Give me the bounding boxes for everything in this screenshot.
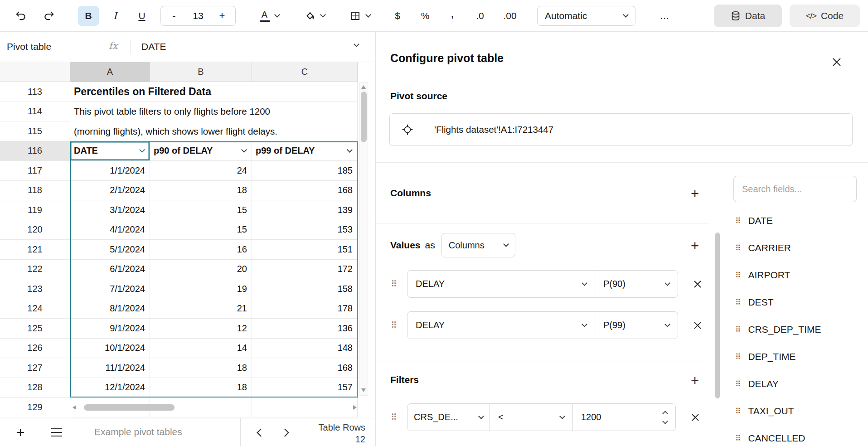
row-header[interactable]: 115: [0, 121, 70, 141]
field-item-dest[interactable]: ⠿ DEST: [733, 289, 857, 316]
cell-date[interactable]: 12/1/2024: [70, 378, 150, 398]
select-all-corner[interactable]: [0, 62, 70, 82]
row-header[interactable]: 125: [0, 319, 70, 339]
field-item-airport[interactable]: ⠿ AIRPORT: [733, 262, 857, 289]
cell-date[interactable]: 6/1/2024: [70, 260, 150, 280]
cell-p99[interactable]: 139: [252, 200, 358, 220]
comma-format-button[interactable]: ,: [441, 6, 464, 26]
scroll-up-icon[interactable]: [361, 85, 366, 89]
cell-p99[interactable]: 136: [252, 319, 358, 339]
search-fields-input[interactable]: [733, 176, 857, 202]
vertical-scrollbar-thumb[interactable]: [361, 92, 367, 142]
add-column-button[interactable]: +: [687, 186, 703, 202]
field-item-carrier[interactable]: ⠿ CARRIER: [733, 234, 857, 262]
close-panel-button[interactable]: [829, 54, 844, 70]
font-size-increase-button[interactable]: +: [212, 6, 233, 25]
pivot-source-input[interactable]: 'Flights dataset'!A1:I7213447: [389, 113, 853, 146]
row-header[interactable]: 120: [0, 220, 70, 240]
text-color-button[interactable]: A: [248, 6, 290, 26]
scroll-right-icon[interactable]: [353, 405, 357, 410]
cell-p99[interactable]: 172: [252, 260, 358, 280]
currency-format-button[interactable]: $: [386, 6, 409, 26]
add-sheet-button[interactable]: +: [11, 423, 30, 442]
cell-date[interactable]: 1/1/2024: [70, 161, 150, 181]
row-header[interactable]: 118: [0, 181, 70, 201]
cell-date[interactable]: 5/1/2024: [70, 240, 150, 260]
code-button[interactable]: </> Code: [790, 5, 860, 27]
cell-p90[interactable]: 18: [150, 358, 252, 378]
row-header[interactable]: 119: [0, 200, 70, 220]
next-table-button[interactable]: [278, 425, 294, 440]
value-aggregation-select[interactable]: P(90): [595, 270, 678, 298]
column-header-c[interactable]: C: [252, 62, 358, 82]
values-as-select[interactable]: Columns: [441, 233, 515, 257]
cell-p99[interactable]: 151: [252, 240, 358, 260]
drag-handle-icon[interactable]: ⠿: [389, 320, 398, 330]
cell-p99[interactable]: 185: [252, 161, 358, 181]
value-field-select[interactable]: DELAY: [407, 311, 595, 339]
drag-handle-icon[interactable]: ⠿: [389, 279, 398, 289]
filter-value-input[interactable]: 1200: [572, 403, 676, 431]
increase-decimal-button[interactable]: .00: [496, 6, 524, 26]
field-item-date[interactable]: ⠿ DATE: [733, 207, 857, 234]
field-item-dep-time[interactable]: ⠿ DEP_TIME: [733, 343, 857, 370]
row-header[interactable]: 116: [0, 141, 70, 161]
row-header[interactable]: 128: [0, 378, 70, 398]
cell-date[interactable]: 3/1/2024: [70, 200, 150, 220]
horizontal-scrollbar-thumb[interactable]: [84, 404, 175, 411]
fill-color-button[interactable]: [294, 6, 335, 26]
cell-date[interactable]: 8/1/2024: [70, 299, 150, 319]
cell-p90[interactable]: 21: [150, 299, 252, 319]
number-stepper[interactable]: [663, 412, 667, 423]
cell-p99[interactable]: 153: [252, 220, 358, 240]
row-header[interactable]: 123: [0, 279, 70, 299]
cell-p90[interactable]: 20: [150, 260, 252, 280]
field-item-delay[interactable]: ⠿ DELAY: [733, 370, 857, 398]
redo-button[interactable]: [40, 6, 58, 26]
pivot-header-p90[interactable]: p90 of DELAY: [150, 141, 252, 161]
field-item-cancelled[interactable]: ⠿ CANCELLED: [733, 425, 857, 446]
cell-p99[interactable]: 178: [252, 299, 358, 319]
cell-p90[interactable]: 14: [150, 339, 252, 359]
decrease-decimal-button[interactable]: .0: [467, 6, 493, 26]
cell-p90[interactable]: 15: [150, 220, 252, 240]
cell-p90[interactable]: 19: [150, 279, 252, 299]
select-range-button[interactable]: [390, 124, 425, 136]
column-dropdown-icon[interactable]: [139, 147, 145, 153]
filter-field-select[interactable]: CRS_DE...: [407, 403, 490, 431]
font-size-decrease-button[interactable]: -: [164, 6, 184, 25]
table-title-cell[interactable]: Percentiles on Filtered Data: [70, 82, 358, 102]
empty-cell[interactable]: [252, 398, 358, 417]
value-aggregation-select[interactable]: P(99): [595, 311, 678, 339]
column-header-a[interactable]: A: [70, 62, 150, 82]
cell-date[interactable]: 10/1/2024: [70, 339, 150, 359]
pivot-header-date[interactable]: DATE: [70, 141, 150, 161]
cell-date[interactable]: 11/1/2024: [70, 358, 150, 378]
sheet-tab[interactable]: Example pivot tables: [94, 427, 182, 437]
cell-p99[interactable]: 157: [252, 378, 358, 398]
field-item-taxi-out[interactable]: ⠿ TAXI_OUT: [733, 398, 857, 425]
font-size-value[interactable]: 13: [193, 10, 203, 21]
row-header[interactable]: 114: [0, 102, 70, 122]
panel-scrollbar-thumb[interactable]: [715, 233, 720, 398]
cell-date[interactable]: 9/1/2024: [70, 319, 150, 339]
more-options-button[interactable]: …: [653, 6, 676, 26]
remove-filter-button[interactable]: [688, 410, 703, 425]
stepper-down-icon[interactable]: [662, 418, 668, 424]
scroll-left-icon[interactable]: [73, 405, 76, 410]
cell-p99[interactable]: 158: [252, 279, 358, 299]
cell-p99[interactable]: 168: [252, 358, 358, 378]
cell-p90[interactable]: 15: [150, 200, 252, 220]
undo-button[interactable]: [12, 6, 30, 26]
drag-handle-icon[interactable]: ⠿: [389, 412, 398, 422]
add-filter-button[interactable]: +: [687, 373, 703, 389]
cell-p99[interactable]: 148: [252, 339, 358, 359]
underline-button[interactable]: U: [131, 6, 152, 26]
row-header[interactable]: 113: [0, 82, 70, 102]
bold-button[interactable]: B: [78, 6, 99, 26]
italic-button[interactable]: I: [105, 6, 126, 26]
column-dropdown-icon[interactable]: [347, 147, 353, 153]
column-dropdown-icon[interactable]: [241, 147, 247, 153]
previous-table-button[interactable]: [252, 425, 267, 440]
row-header[interactable]: 127: [0, 358, 70, 378]
